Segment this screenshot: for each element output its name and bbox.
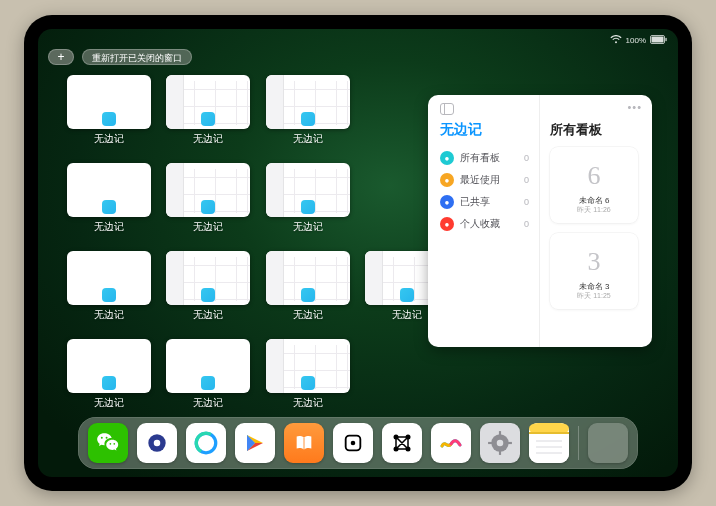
board-title: 未命名 6 — [579, 197, 610, 206]
stage-window[interactable]: 无边记 — [265, 163, 351, 241]
window-thumbnail — [266, 251, 350, 305]
reopen-label: 重新打开已关闭的窗口 — [92, 53, 182, 63]
dock-app-books[interactable] — [284, 423, 324, 463]
svg-rect-16 — [499, 451, 501, 455]
stage-window[interactable]: 无边记 — [166, 251, 252, 329]
window-thumbnail — [266, 339, 350, 393]
stage-window[interactable]: 无边记 — [166, 339, 252, 417]
dock-app-qqbrowser[interactable] — [186, 423, 226, 463]
dock-app-settings[interactable] — [480, 423, 520, 463]
dock-separator — [578, 426, 579, 460]
sidebar-item-count: 0 — [524, 219, 529, 229]
sidebar-item[interactable]: ● 所有看板 0 — [440, 147, 529, 169]
reopen-closed-window-button[interactable]: 重新打开已关闭的窗口 — [82, 49, 192, 65]
board-time: 昨天 11:26 — [577, 205, 610, 215]
dock-app-play[interactable] — [235, 423, 275, 463]
window-thumbnail — [166, 251, 250, 305]
sidebar-item[interactable]: ● 最近使用 0 — [440, 169, 529, 191]
sidebar-item[interactable]: ● 个人收藏 0 — [440, 213, 529, 235]
svg-rect-2 — [665, 37, 667, 40]
category-icon: ● — [440, 217, 454, 231]
dock-app-notes[interactable] — [529, 423, 569, 463]
window-thumbnail — [67, 339, 151, 393]
window-label: 无边记 — [94, 132, 124, 146]
window-thumbnail — [266, 75, 350, 129]
window-label: 无边记 — [392, 308, 422, 322]
board-thumbnail[interactable]: 6 未命名 6 昨天 11:26 — [550, 147, 638, 223]
window-thumbnail — [166, 163, 250, 217]
dock-app-freeform[interactable] — [431, 423, 471, 463]
panel-right-title: 所有看板 — [550, 121, 642, 139]
sidebar-item-label: 最近使用 — [460, 173, 500, 187]
battery-text: 100% — [626, 36, 646, 45]
window-label: 无边记 — [193, 220, 223, 234]
stage-window[interactable]: 无边记 — [66, 163, 152, 241]
sidebar-toggle-icon[interactable] — [440, 103, 454, 115]
svg-rect-17 — [488, 442, 492, 444]
wifi-icon — [610, 35, 622, 46]
window-thumbnail — [266, 163, 350, 217]
board-preview: 3 — [572, 241, 616, 283]
status-bar: 100% — [38, 33, 668, 47]
dock-app-nodes[interactable] — [382, 423, 422, 463]
window-label: 无边记 — [193, 396, 223, 410]
sidebar-item-count: 0 — [524, 197, 529, 207]
window-label: 无边记 — [293, 308, 323, 322]
svg-rect-18 — [508, 442, 512, 444]
panel-content: 所有看板 6 未命名 6 昨天 11:263 未命名 3 昨天 11:25 — [540, 95, 652, 347]
sidebar-item-count: 0 — [524, 175, 529, 185]
screen: 100% + 重新打开已关闭的窗口 无边记无边记无边记无边记无边记无边记无边记无… — [38, 29, 678, 477]
board-time: 昨天 11:25 — [577, 291, 610, 301]
svg-point-8 — [351, 441, 356, 446]
svg-point-4 — [154, 440, 161, 447]
window-label: 无边记 — [293, 220, 323, 234]
window-thumbnail — [166, 339, 250, 393]
sidebar-item-label: 个人收藏 — [460, 217, 500, 231]
board-preview: 6 — [572, 155, 616, 197]
window-label: 无边记 — [94, 396, 124, 410]
window-label: 无边记 — [94, 220, 124, 234]
svg-rect-15 — [499, 431, 501, 435]
dock-recent-folder[interactable] — [588, 423, 628, 463]
sidebar-item-count: 0 — [524, 153, 529, 163]
sidebar-item-label: 已共享 — [460, 195, 490, 209]
dock-app-quark[interactable] — [137, 423, 177, 463]
freeform-panel[interactable]: ••• 无边记 ● 所有看板 0● 最近使用 0● 已共享 0● 个人收藏 0 … — [428, 95, 652, 347]
svg-rect-1 — [652, 36, 664, 42]
panel-title: 无边记 — [440, 121, 529, 139]
window-label: 无边记 — [193, 132, 223, 146]
battery-icon — [650, 35, 668, 46]
category-icon: ● — [440, 195, 454, 209]
more-icon[interactable]: ••• — [627, 101, 642, 113]
board-thumbnail[interactable]: 3 未命名 3 昨天 11:25 — [550, 233, 638, 309]
window-label: 无边记 — [193, 308, 223, 322]
top-bar: + 重新打开已关闭的窗口 — [48, 49, 192, 65]
dock — [78, 417, 638, 469]
sidebar-item-label: 所有看板 — [460, 151, 500, 165]
board-title: 未命名 3 — [579, 283, 610, 292]
category-icon: ● — [440, 173, 454, 187]
stage-window[interactable]: 无边记 — [265, 251, 351, 329]
stage-window[interactable]: 无边记 — [166, 163, 252, 241]
window-label: 无边记 — [293, 132, 323, 146]
stage-window[interactable]: 无边记 — [265, 75, 351, 153]
stage-window[interactable]: 无边记 — [166, 75, 252, 153]
window-label: 无边记 — [94, 308, 124, 322]
stage-window[interactable]: 无边记 — [66, 251, 152, 329]
stage-window[interactable]: 无边记 — [66, 339, 152, 417]
panel-sidebar: 无边记 ● 所有看板 0● 最近使用 0● 已共享 0● 个人收藏 0 — [428, 95, 540, 347]
plus-icon: + — [57, 51, 64, 63]
stage-manager-grid: 无边记无边记无边记无边记无边记无边记无边记无边记无边记无边记无边记无边记无边记 — [66, 75, 450, 405]
dock-app-wechat[interactable] — [88, 423, 128, 463]
category-icon: ● — [440, 151, 454, 165]
svg-rect-21 — [529, 432, 569, 434]
window-thumbnail — [166, 75, 250, 129]
stage-window[interactable]: 无边记 — [66, 75, 152, 153]
new-window-button[interactable]: + — [48, 49, 74, 65]
stage-window[interactable]: 无边记 — [265, 339, 351, 417]
window-label: 无边记 — [293, 396, 323, 410]
window-thumbnail — [67, 75, 151, 129]
sidebar-item[interactable]: ● 已共享 0 — [440, 191, 529, 213]
svg-point-14 — [497, 440, 504, 447]
dock-app-dice[interactable] — [333, 423, 373, 463]
